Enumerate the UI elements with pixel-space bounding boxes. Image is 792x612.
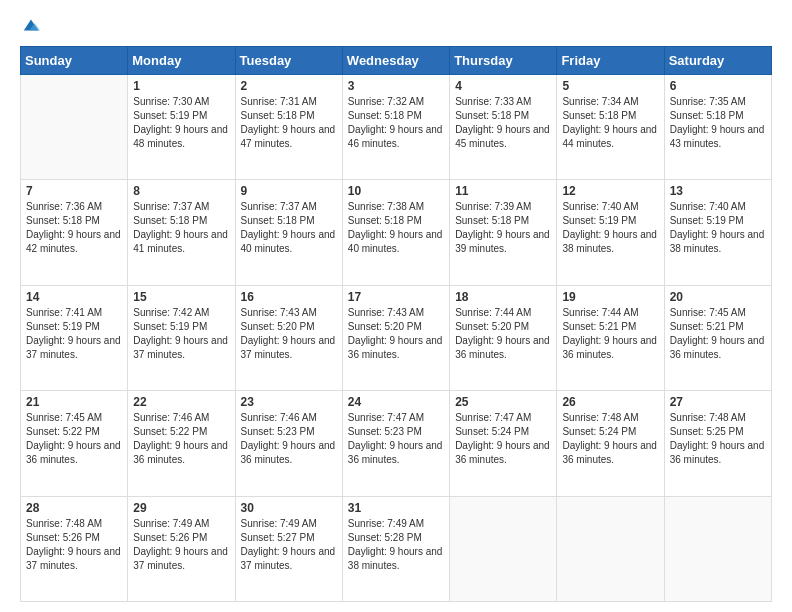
calendar-day-cell: 22Sunrise: 7:46 AMSunset: 5:22 PMDayligh… — [128, 391, 235, 496]
day-number: 30 — [241, 501, 337, 515]
day-info: Sunrise: 7:32 AMSunset: 5:18 PMDaylight:… — [348, 95, 444, 151]
day-number: 3 — [348, 79, 444, 93]
day-number: 5 — [562, 79, 658, 93]
logo — [20, 16, 40, 36]
day-number: 31 — [348, 501, 444, 515]
calendar-day-cell: 6Sunrise: 7:35 AMSunset: 5:18 PMDaylight… — [664, 75, 771, 180]
day-info: Sunrise: 7:48 AMSunset: 5:24 PMDaylight:… — [562, 411, 658, 467]
calendar-day-cell: 17Sunrise: 7:43 AMSunset: 5:20 PMDayligh… — [342, 285, 449, 390]
calendar-day-cell: 5Sunrise: 7:34 AMSunset: 5:18 PMDaylight… — [557, 75, 664, 180]
day-number: 19 — [562, 290, 658, 304]
col-friday: Friday — [557, 47, 664, 75]
day-info: Sunrise: 7:44 AMSunset: 5:20 PMDaylight:… — [455, 306, 551, 362]
calendar-day-cell: 15Sunrise: 7:42 AMSunset: 5:19 PMDayligh… — [128, 285, 235, 390]
day-number: 16 — [241, 290, 337, 304]
day-info: Sunrise: 7:46 AMSunset: 5:23 PMDaylight:… — [241, 411, 337, 467]
day-info: Sunrise: 7:35 AMSunset: 5:18 PMDaylight:… — [670, 95, 766, 151]
calendar-day-cell: 2Sunrise: 7:31 AMSunset: 5:18 PMDaylight… — [235, 75, 342, 180]
day-number: 23 — [241, 395, 337, 409]
calendar-day-cell: 8Sunrise: 7:37 AMSunset: 5:18 PMDaylight… — [128, 180, 235, 285]
calendar-day-cell: 25Sunrise: 7:47 AMSunset: 5:24 PMDayligh… — [450, 391, 557, 496]
day-number: 15 — [133, 290, 229, 304]
calendar-day-cell: 21Sunrise: 7:45 AMSunset: 5:22 PMDayligh… — [21, 391, 128, 496]
day-number: 13 — [670, 184, 766, 198]
calendar-day-cell: 24Sunrise: 7:47 AMSunset: 5:23 PMDayligh… — [342, 391, 449, 496]
day-number: 14 — [26, 290, 122, 304]
day-number: 8 — [133, 184, 229, 198]
day-info: Sunrise: 7:48 AMSunset: 5:26 PMDaylight:… — [26, 517, 122, 573]
day-info: Sunrise: 7:46 AMSunset: 5:22 PMDaylight:… — [133, 411, 229, 467]
calendar-day-cell: 27Sunrise: 7:48 AMSunset: 5:25 PMDayligh… — [664, 391, 771, 496]
day-number: 2 — [241, 79, 337, 93]
col-monday: Monday — [128, 47, 235, 75]
day-info: Sunrise: 7:47 AMSunset: 5:24 PMDaylight:… — [455, 411, 551, 467]
day-number: 26 — [562, 395, 658, 409]
calendar-week-row: 14Sunrise: 7:41 AMSunset: 5:19 PMDayligh… — [21, 285, 772, 390]
header — [20, 16, 772, 36]
day-info: Sunrise: 7:49 AMSunset: 5:26 PMDaylight:… — [133, 517, 229, 573]
day-info: Sunrise: 7:48 AMSunset: 5:25 PMDaylight:… — [670, 411, 766, 467]
calendar-day-cell: 28Sunrise: 7:48 AMSunset: 5:26 PMDayligh… — [21, 496, 128, 601]
calendar-week-row: 7Sunrise: 7:36 AMSunset: 5:18 PMDaylight… — [21, 180, 772, 285]
day-number: 6 — [670, 79, 766, 93]
day-info: Sunrise: 7:31 AMSunset: 5:18 PMDaylight:… — [241, 95, 337, 151]
day-number: 25 — [455, 395, 551, 409]
calendar-day-cell: 29Sunrise: 7:49 AMSunset: 5:26 PMDayligh… — [128, 496, 235, 601]
day-info: Sunrise: 7:33 AMSunset: 5:18 PMDaylight:… — [455, 95, 551, 151]
calendar-day-cell — [557, 496, 664, 601]
calendar-day-cell: 3Sunrise: 7:32 AMSunset: 5:18 PMDaylight… — [342, 75, 449, 180]
col-thursday: Thursday — [450, 47, 557, 75]
day-info: Sunrise: 7:42 AMSunset: 5:19 PMDaylight:… — [133, 306, 229, 362]
day-number: 24 — [348, 395, 444, 409]
day-info: Sunrise: 7:47 AMSunset: 5:23 PMDaylight:… — [348, 411, 444, 467]
col-sunday: Sunday — [21, 47, 128, 75]
day-info: Sunrise: 7:49 AMSunset: 5:27 PMDaylight:… — [241, 517, 337, 573]
day-info: Sunrise: 7:45 AMSunset: 5:22 PMDaylight:… — [26, 411, 122, 467]
day-info: Sunrise: 7:40 AMSunset: 5:19 PMDaylight:… — [562, 200, 658, 256]
day-number: 21 — [26, 395, 122, 409]
calendar-day-cell: 4Sunrise: 7:33 AMSunset: 5:18 PMDaylight… — [450, 75, 557, 180]
calendar-day-cell: 18Sunrise: 7:44 AMSunset: 5:20 PMDayligh… — [450, 285, 557, 390]
day-info: Sunrise: 7:36 AMSunset: 5:18 PMDaylight:… — [26, 200, 122, 256]
col-tuesday: Tuesday — [235, 47, 342, 75]
calendar-day-cell: 26Sunrise: 7:48 AMSunset: 5:24 PMDayligh… — [557, 391, 664, 496]
day-info: Sunrise: 7:45 AMSunset: 5:21 PMDaylight:… — [670, 306, 766, 362]
day-number: 28 — [26, 501, 122, 515]
day-info: Sunrise: 7:38 AMSunset: 5:18 PMDaylight:… — [348, 200, 444, 256]
day-number: 4 — [455, 79, 551, 93]
calendar-header-row: Sunday Monday Tuesday Wednesday Thursday… — [21, 47, 772, 75]
calendar-day-cell: 10Sunrise: 7:38 AMSunset: 5:18 PMDayligh… — [342, 180, 449, 285]
day-number: 10 — [348, 184, 444, 198]
day-number: 27 — [670, 395, 766, 409]
calendar-day-cell: 12Sunrise: 7:40 AMSunset: 5:19 PMDayligh… — [557, 180, 664, 285]
page: Sunday Monday Tuesday Wednesday Thursday… — [0, 0, 792, 612]
day-number: 7 — [26, 184, 122, 198]
day-info: Sunrise: 7:43 AMSunset: 5:20 PMDaylight:… — [241, 306, 337, 362]
day-info: Sunrise: 7:43 AMSunset: 5:20 PMDaylight:… — [348, 306, 444, 362]
calendar-day-cell: 1Sunrise: 7:30 AMSunset: 5:19 PMDaylight… — [128, 75, 235, 180]
calendar-day-cell: 9Sunrise: 7:37 AMSunset: 5:18 PMDaylight… — [235, 180, 342, 285]
day-number: 11 — [455, 184, 551, 198]
calendar-day-cell: 11Sunrise: 7:39 AMSunset: 5:18 PMDayligh… — [450, 180, 557, 285]
calendar-day-cell: 7Sunrise: 7:36 AMSunset: 5:18 PMDaylight… — [21, 180, 128, 285]
calendar-day-cell: 30Sunrise: 7:49 AMSunset: 5:27 PMDayligh… — [235, 496, 342, 601]
calendar-day-cell: 16Sunrise: 7:43 AMSunset: 5:20 PMDayligh… — [235, 285, 342, 390]
logo-icon — [22, 16, 40, 34]
day-info: Sunrise: 7:30 AMSunset: 5:19 PMDaylight:… — [133, 95, 229, 151]
calendar-day-cell: 23Sunrise: 7:46 AMSunset: 5:23 PMDayligh… — [235, 391, 342, 496]
calendar-day-cell: 19Sunrise: 7:44 AMSunset: 5:21 PMDayligh… — [557, 285, 664, 390]
col-saturday: Saturday — [664, 47, 771, 75]
calendar-day-cell: 20Sunrise: 7:45 AMSunset: 5:21 PMDayligh… — [664, 285, 771, 390]
calendar-day-cell — [21, 75, 128, 180]
day-number: 17 — [348, 290, 444, 304]
col-wednesday: Wednesday — [342, 47, 449, 75]
day-number: 20 — [670, 290, 766, 304]
day-number: 9 — [241, 184, 337, 198]
calendar-day-cell — [450, 496, 557, 601]
day-number: 22 — [133, 395, 229, 409]
day-info: Sunrise: 7:39 AMSunset: 5:18 PMDaylight:… — [455, 200, 551, 256]
day-number: 12 — [562, 184, 658, 198]
calendar-day-cell: 31Sunrise: 7:49 AMSunset: 5:28 PMDayligh… — [342, 496, 449, 601]
calendar-week-row: 21Sunrise: 7:45 AMSunset: 5:22 PMDayligh… — [21, 391, 772, 496]
calendar-day-cell — [664, 496, 771, 601]
